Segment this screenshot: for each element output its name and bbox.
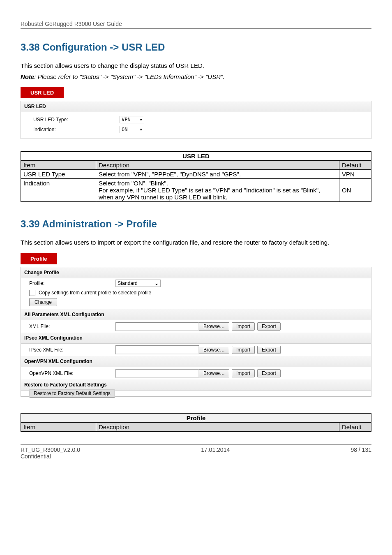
note-338: Note: Please refer to "Status" -> "Syste… xyxy=(21,72,371,82)
intro-339: This section allows users to import or e… xyxy=(21,238,371,247)
browse-button[interactable]: Browse… xyxy=(199,322,229,331)
th-item: Item xyxy=(21,422,96,431)
select-profile[interactable]: Standard ⌄ xyxy=(115,280,161,287)
tab-profile[interactable]: Profile xyxy=(21,253,57,264)
footer-doc-id: RT_UG_R3000_v.2.0.0 xyxy=(21,446,80,453)
th-item: Item xyxy=(21,161,96,170)
label-ipsec-file: IPsec XML File: xyxy=(29,347,115,353)
footer-date: 17.01.2014 xyxy=(201,446,230,460)
panel-profile: Change Profile Profile: Standard ⌄ Copy … xyxy=(21,267,371,397)
header-restore: Restore to Factory Default Settings xyxy=(21,379,371,391)
input-ipsec-file[interactable] xyxy=(115,345,199,354)
td-desc: Select from "VPN", "PPPoE", "DynDNS" and… xyxy=(96,170,339,179)
header-change-profile: Change Profile xyxy=(21,267,371,278)
input-xml-file[interactable] xyxy=(115,322,199,331)
th-default: Default xyxy=(339,161,371,170)
intro-338: This section allows users to change the … xyxy=(21,61,371,71)
import-button[interactable]: Import xyxy=(232,346,255,354)
label-usr-led-type: USR LED Type: xyxy=(33,117,120,123)
table-usr-led: USR LED Item Description Default USR LED… xyxy=(21,151,371,202)
note-text: : Please refer to "Status" -> "System" -… xyxy=(34,73,224,80)
footer-page: 98 / 131 xyxy=(350,446,371,460)
label-xml-file: XML File: xyxy=(29,324,115,329)
page-footer: RT_UG_R3000_v.2.0.0 Confidential 17.01.2… xyxy=(21,444,371,460)
label-indication: Indication: xyxy=(33,127,120,132)
panel-usr-led: USR LED USR LED Type: VPN ▼ Indication: … xyxy=(21,101,371,139)
browse-button[interactable]: Browse… xyxy=(199,369,229,377)
header-openvpn: OpenVPN XML Configuration xyxy=(21,356,371,367)
footer-confidential: Confidential xyxy=(21,453,80,460)
select-usr-led-type[interactable]: VPN ▼ xyxy=(120,116,144,123)
header-rule xyxy=(21,28,371,29)
input-openvpn-file[interactable] xyxy=(115,369,199,378)
export-button[interactable]: Export xyxy=(257,369,281,377)
import-button[interactable]: Import xyxy=(232,369,255,377)
select-indication[interactable]: ON ▼ xyxy=(120,126,144,133)
chevron-down-icon: ⌄ xyxy=(154,280,159,286)
header-all-params: All Parameters XML Configuration xyxy=(21,309,371,320)
th-default: Default xyxy=(339,422,371,431)
td-default: ON xyxy=(339,179,371,202)
browse-button[interactable]: Browse… xyxy=(199,346,229,354)
chevron-down-icon: ▼ xyxy=(140,127,142,132)
th-desc: Description xyxy=(96,422,339,431)
label-copy-settings: Copy settings from current profile to se… xyxy=(39,290,151,296)
label-openvpn-file: OpenVPN XML File: xyxy=(29,370,115,376)
restore-button[interactable]: Restore to Factory Default Settings xyxy=(29,389,115,398)
checkbox-copy-settings[interactable] xyxy=(29,290,35,296)
chevron-down-icon: ▼ xyxy=(140,118,142,122)
export-button[interactable]: Export xyxy=(257,346,281,354)
select-value: VPN xyxy=(122,117,131,123)
note-label: Note xyxy=(21,73,34,80)
table-profile: Profile Item Description Default xyxy=(21,413,371,432)
td-default: VPN xyxy=(339,170,371,179)
section-heading-338: 3.38 Configuration -> USR LED xyxy=(21,42,371,53)
td-item: USR LED Type xyxy=(21,170,96,179)
header-ipsec: IPsec XML Configuration xyxy=(21,333,371,344)
label-profile: Profile: xyxy=(29,280,115,286)
select-value: Standard xyxy=(118,280,138,286)
import-button[interactable]: Import xyxy=(232,322,255,331)
th-desc: Description xyxy=(96,161,339,170)
panel-header-usr-led: USR LED xyxy=(21,101,371,112)
td-item: Indication xyxy=(21,179,96,202)
tab-usr-led[interactable]: USR LED xyxy=(21,87,64,98)
section-heading-339: 3.39 Administration -> Profile xyxy=(21,218,371,230)
table-title: USR LED xyxy=(21,152,371,161)
doc-header: Robustel GoRugged R3000 User Guide xyxy=(21,21,371,27)
td-desc: Select from "ON", "Blink". For example, … xyxy=(96,179,339,202)
table-title: Profile xyxy=(21,413,371,422)
select-value: ON xyxy=(122,127,127,132)
export-button[interactable]: Export xyxy=(257,322,281,331)
change-button[interactable]: Change xyxy=(29,298,57,306)
